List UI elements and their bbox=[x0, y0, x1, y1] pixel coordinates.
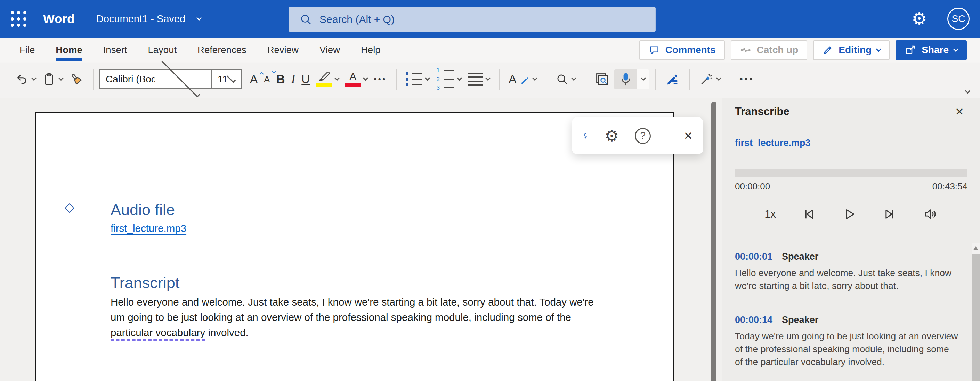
volume-button[interactable] bbox=[923, 206, 938, 222]
chevron-down-icon bbox=[161, 59, 200, 97]
document-title[interactable]: Document1 - Saved bbox=[96, 13, 201, 25]
bullets-button[interactable] bbox=[402, 68, 433, 90]
chevron-down-icon bbox=[363, 75, 369, 81]
chevron-down-icon bbox=[59, 75, 64, 81]
microphone-icon[interactable] bbox=[582, 129, 589, 143]
comment-bubble-icon bbox=[648, 44, 660, 56]
entry-speaker: Speaker bbox=[782, 314, 818, 325]
playback-progress-bar[interactable] bbox=[735, 168, 967, 176]
tab-file[interactable]: File bbox=[9, 38, 45, 63]
tab-references[interactable]: References bbox=[187, 38, 257, 63]
editor-button[interactable] bbox=[662, 68, 684, 90]
menu-tabs: File Home Insert Layout References Revie… bbox=[9, 38, 391, 63]
find-button[interactable] bbox=[552, 68, 579, 90]
underline-button[interactable]: U bbox=[298, 68, 313, 90]
font-size-select[interactable]: 11 bbox=[212, 69, 242, 89]
chevron-down-icon bbox=[571, 75, 577, 81]
dictate-button[interactable] bbox=[614, 69, 637, 89]
paste-button[interactable] bbox=[39, 68, 66, 90]
dictation-floating-toolbar: ⚙ ? ✕ bbox=[572, 117, 703, 154]
total-duration: 00:43:54 bbox=[932, 181, 967, 192]
grow-font-button[interactable]: A bbox=[247, 68, 261, 90]
transcribe-pane: Transcribe ✕ first_lecture.mp3 00:00:00 … bbox=[722, 98, 980, 381]
chevron-down-icon bbox=[876, 46, 881, 52]
divider bbox=[396, 69, 397, 90]
chevron-down-icon bbox=[953, 46, 959, 52]
play-button[interactable] bbox=[842, 207, 857, 221]
entry-timestamp[interactable]: 00:00:01 bbox=[735, 251, 772, 262]
italic-button[interactable]: I bbox=[288, 68, 299, 90]
settings-gear-icon[interactable]: ⚙ bbox=[912, 10, 927, 27]
more-font-options-button[interactable]: ••• bbox=[371, 68, 390, 90]
undo-button[interactable] bbox=[12, 68, 39, 90]
share-icon bbox=[905, 44, 916, 56]
transcript-entries: 00:00:01 Speaker Hello everyone and welc… bbox=[735, 251, 959, 381]
spelling-suggestion-underline[interactable]: particular vocabulary bbox=[111, 327, 205, 338]
collapse-ribbon-chevron[interactable] bbox=[965, 88, 970, 94]
word-online-app: Word Document1 - Saved ⚙ SC File Home In… bbox=[0, 0, 980, 381]
paragraph-alignment-button[interactable] bbox=[465, 68, 493, 90]
highlight-color-button[interactable] bbox=[313, 68, 342, 90]
chevron-down-icon bbox=[226, 73, 236, 83]
catch-up-button[interactable]: Catch up bbox=[731, 40, 808, 60]
help-icon[interactable]: ? bbox=[635, 128, 651, 144]
styles-button[interactable]: A bbox=[506, 68, 540, 90]
font-color-swatch bbox=[345, 83, 361, 87]
content-control-diamond-icon: ◇ bbox=[65, 200, 75, 214]
chevron-down-icon bbox=[641, 75, 646, 81]
dictate-dropdown[interactable] bbox=[637, 69, 649, 89]
playback-controls: 1x bbox=[735, 201, 967, 227]
scroll-up-arrow-icon[interactable] bbox=[973, 246, 978, 250]
tab-help[interactable]: Help bbox=[350, 38, 391, 63]
skip-back-icon bbox=[802, 207, 816, 221]
format-painter-icon bbox=[69, 72, 84, 87]
skip-forward-button[interactable] bbox=[882, 207, 897, 221]
numbered-list-icon: 1 2 3 bbox=[436, 67, 454, 91]
waffle-icon bbox=[11, 11, 26, 27]
font-name-select[interactable]: Calibri (Body) bbox=[99, 69, 212, 89]
transcript-scrollbar[interactable] bbox=[972, 243, 980, 381]
highlighter-icon bbox=[317, 71, 331, 82]
doc-audio-file-link[interactable]: first_lecture.mp3 bbox=[111, 222, 186, 234]
menubar: File Home Insert Layout References Revie… bbox=[0, 38, 980, 63]
more-ribbon-commands-button[interactable]: ••• bbox=[736, 68, 757, 90]
scrollbar-thumb[interactable] bbox=[711, 102, 716, 381]
share-button[interactable]: Share bbox=[896, 40, 967, 60]
format-painter-button[interactable] bbox=[66, 68, 87, 90]
play-icon bbox=[842, 207, 857, 221]
avatar[interactable]: SC bbox=[947, 8, 970, 30]
titlebar-right: ⚙ SC bbox=[912, 0, 970, 38]
entry-timestamp[interactable]: 00:00:14 bbox=[735, 314, 772, 325]
tab-layout[interactable]: Layout bbox=[138, 38, 188, 63]
entry-speaker: Speaker bbox=[782, 251, 818, 262]
font-color-button[interactable]: A bbox=[342, 68, 371, 90]
divider bbox=[546, 69, 546, 90]
app-launcher-button[interactable] bbox=[0, 0, 37, 38]
search-box[interactable] bbox=[288, 6, 655, 32]
app-name[interactable]: Word bbox=[43, 12, 75, 26]
tab-insert[interactable]: Insert bbox=[93, 38, 138, 63]
tab-view[interactable]: View bbox=[309, 38, 350, 63]
designer-button[interactable] bbox=[696, 68, 724, 90]
catch-up-pulse-icon bbox=[740, 44, 752, 56]
comments-button[interactable]: Comments bbox=[639, 40, 725, 60]
editing-mode-button[interactable]: Editing bbox=[813, 40, 889, 60]
document-scrollbar[interactable] bbox=[711, 102, 716, 381]
immersive-reader-button[interactable] bbox=[591, 68, 613, 90]
scrollbar-thumb[interactable] bbox=[972, 254, 980, 381]
playback-speed-button[interactable]: 1x bbox=[764, 208, 776, 221]
close-icon[interactable]: ✕ bbox=[955, 105, 964, 118]
search-input[interactable] bbox=[320, 7, 655, 32]
tab-home[interactable]: Home bbox=[45, 38, 92, 63]
transcript-entry: 00:00:01 Speaker Hello everyone and welc… bbox=[735, 251, 959, 292]
shrink-font-button[interactable]: A bbox=[261, 68, 273, 90]
doc-heading-audio-file: Audio file bbox=[111, 201, 175, 219]
transcribe-file-link[interactable]: first_lecture.mp3 bbox=[735, 138, 811, 148]
skip-back-button[interactable] bbox=[802, 207, 816, 221]
chevron-down-icon bbox=[532, 75, 538, 81]
close-icon[interactable]: ✕ bbox=[684, 129, 693, 143]
tab-review[interactable]: Review bbox=[257, 38, 309, 63]
settings-gear-icon[interactable]: ⚙ bbox=[605, 128, 619, 144]
chevron-down-icon bbox=[31, 75, 37, 81]
numbering-button[interactable]: 1 2 3 bbox=[433, 68, 465, 90]
